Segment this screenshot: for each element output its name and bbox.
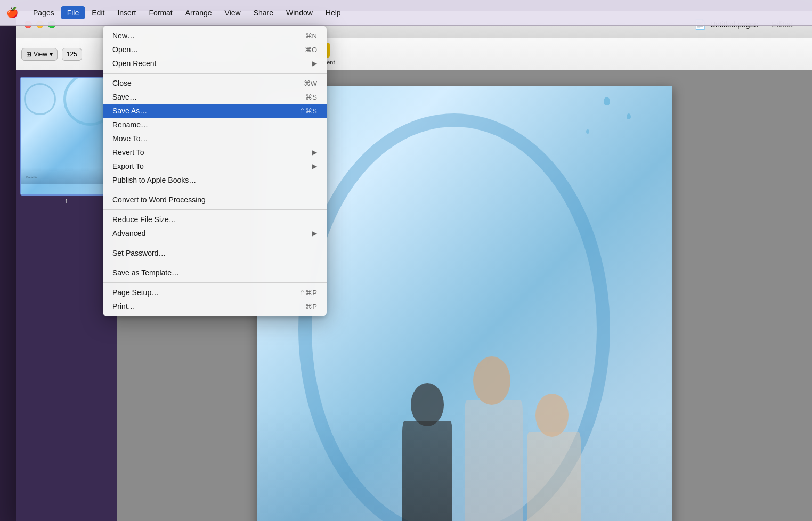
menu-item-save-as-shortcut: ⇧⌘S <box>299 107 317 115</box>
menu-item-move-to-label: Move To… <box>112 134 148 143</box>
file-dropdown-menu: New… ⌘N Open… ⌘O Open Recent ▶ Close ⌘W … <box>103 26 327 316</box>
view-icon: ⊞ <box>26 51 31 58</box>
menubar: 🍎 Pages File Edit Insert Format Arrange … <box>0 0 812 26</box>
menu-separator-2 <box>103 190 327 190</box>
menu-item-save-template[interactable]: Save as Template… <box>103 266 327 280</box>
page-thumbnail-1[interactable]: What is this <box>20 77 112 196</box>
menu-item-set-password[interactable]: Set Password… <box>103 246 327 260</box>
menu-item-reduce-label: Reduce File Size… <box>112 215 176 224</box>
zoom-control[interactable]: 125 <box>62 48 82 61</box>
menu-item-new[interactable]: New… ⌘N <box>103 29 327 43</box>
menu-separator-3 <box>103 209 327 210</box>
menubar-help[interactable]: Help <box>319 6 347 19</box>
menu-item-print-shortcut: ⌘P <box>305 303 317 311</box>
submenu-arrow-export-to: ▶ <box>312 162 317 170</box>
menu-item-export-to[interactable]: Export To ▶ <box>103 159 327 173</box>
menubar-view[interactable]: View <box>218 6 247 19</box>
menubar-window[interactable]: Window <box>280 6 319 19</box>
view-label: View <box>34 51 47 58</box>
menu-item-save-template-label: Save as Template… <box>112 268 179 277</box>
view-chevron-icon: ▾ <box>50 51 53 58</box>
menu-item-new-label: New… <box>112 31 135 40</box>
menubar-share[interactable]: Share <box>247 6 280 19</box>
menu-item-print-label: Print… <box>112 302 135 311</box>
menu-item-close[interactable]: Close ⌘W <box>103 76 327 90</box>
menu-item-save-label: Save… <box>112 93 137 101</box>
apple-menu-icon[interactable]: 🍎 <box>6 7 18 19</box>
menu-item-publish-apple-books[interactable]: Publish to Apple Books… <box>103 173 327 187</box>
menu-item-rename-label: Rename… <box>112 120 148 129</box>
menu-item-set-password-label: Set Password… <box>112 249 166 257</box>
menubar-pages[interactable]: Pages <box>27 6 61 19</box>
menu-item-export-to-label: Export To <box>112 162 144 170</box>
menu-item-revert-to[interactable]: Revert To ▶ <box>103 145 327 159</box>
menu-separator-6 <box>103 282 327 283</box>
menu-item-move-to[interactable]: Move To… <box>103 132 327 145</box>
menu-item-save[interactable]: Save… ⌘S <box>103 90 327 104</box>
menu-item-convert-label: Convert to Word Processing <box>112 196 206 204</box>
menu-separator-5 <box>103 263 327 263</box>
page-number-1: 1 <box>20 198 112 205</box>
menu-item-open-recent[interactable]: Open Recent ▶ <box>103 56 327 70</box>
menubar-format[interactable]: Format <box>142 6 178 19</box>
submenu-arrow-revert-to: ▶ <box>312 149 317 156</box>
pages-sidebar: What is this 1 <box>16 70 117 521</box>
submenu-arrow-advanced: ▶ <box>312 230 317 237</box>
menu-item-save-shortcut: ⌘S <box>305 93 317 101</box>
menu-item-open-recent-label: Open Recent <box>112 59 157 68</box>
menu-item-save-as-label: Save As… <box>112 107 147 115</box>
menu-item-publish-label: Publish to Apple Books… <box>112 176 196 184</box>
menu-item-open[interactable]: Open… ⌘O <box>103 43 327 56</box>
menu-item-save-as[interactable]: Save As… ⇧⌘S <box>103 104 327 118</box>
menu-item-advanced-label: Advanced <box>112 229 145 238</box>
zoom-value: 125 <box>67 51 77 58</box>
menu-item-revert-to-label: Revert To <box>112 148 144 157</box>
menu-item-page-setup-label: Page Setup… <box>112 288 159 297</box>
menubar-arrange[interactable]: Arrange <box>179 6 218 19</box>
menu-item-advanced[interactable]: Advanced ▶ <box>103 226 327 240</box>
submenu-arrow-open-recent: ▶ <box>312 60 317 67</box>
toolbar-divider-1 <box>93 45 93 64</box>
menu-separator-1 <box>103 73 327 74</box>
menu-separator-4 <box>103 243 327 243</box>
menu-item-rename[interactable]: Rename… <box>103 118 327 132</box>
menubar-insert[interactable]: Insert <box>111 6 142 19</box>
menu-item-close-shortcut: ⌘W <box>304 79 317 87</box>
view-button[interactable]: ⊞ View ▾ <box>21 48 58 61</box>
menu-item-convert[interactable]: Convert to Word Processing <box>103 193 327 207</box>
menubar-file[interactable]: File <box>61 6 86 19</box>
menubar-edit[interactable]: Edit <box>85 6 111 19</box>
menu-item-page-setup[interactable]: Page Setup… ⇧⌘P <box>103 286 327 299</box>
menu-item-new-shortcut: ⌘N <box>305 32 317 40</box>
menu-item-open-label: Open… <box>112 45 138 54</box>
menu-item-print[interactable]: Print… ⌘P <box>103 299 327 313</box>
menu-item-open-shortcut: ⌘O <box>305 46 317 54</box>
menu-item-reduce-size[interactable]: Reduce File Size… <box>103 213 327 226</box>
menu-item-page-setup-shortcut: ⇧⌘P <box>299 289 317 297</box>
menu-item-close-label: Close <box>112 79 132 87</box>
